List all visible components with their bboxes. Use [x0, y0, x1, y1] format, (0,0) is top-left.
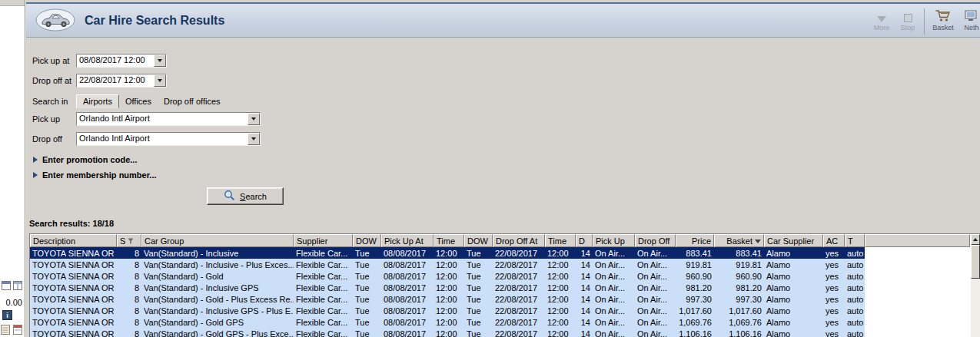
col-time-dropoff[interactable]: Time [545, 234, 576, 247]
col-description[interactable]: Description [30, 234, 117, 247]
network-icon [965, 7, 978, 22]
chevron-down-icon [251, 137, 256, 140]
header-bar: Car Hire Search Results More Stop [26, 4, 980, 38]
results-summary: Search results: 18/18 [29, 219, 114, 228]
left-panel-top-block [0, 0, 25, 6]
pickup-dropdown-button[interactable] [247, 113, 260, 125]
table-row[interactable]: TOYOTA SIENNA OR ... 8 Van(Standard) - G… [30, 270, 865, 282]
note-icon[interactable] [13, 325, 22, 336]
search-in-tabs: Airports Offices Drop off offices [76, 94, 227, 108]
more-button[interactable]: More [869, 7, 895, 31]
pickup-value: Orlando Intl Airport [77, 113, 247, 125]
chevron-right-icon [33, 157, 38, 163]
search-in-label: Search in [32, 97, 76, 106]
pickup-at-combo[interactable]: 08/08/2017 12:00 [76, 54, 167, 68]
dropoff-value: Orlando Intl Airport [77, 133, 247, 145]
table-row[interactable]: TOYOTA SIENNA OR ... 8 Van(Standard) - I… [30, 259, 865, 270]
col-ac[interactable]: AC [823, 234, 845, 247]
panel-split-icon[interactable] [13, 281, 22, 292]
header-filler [865, 234, 970, 247]
col-transmission[interactable]: T [845, 234, 865, 247]
promotion-code-label: Enter promotion code... [42, 155, 137, 164]
table-row[interactable]: TOYOTA SIENNA OR ... 8 Van(Standard) - I… [30, 282, 865, 293]
pickup-at-dropdown-button[interactable] [154, 55, 166, 67]
results-grid: Description S Car Group Supplier DOW Pic… [29, 233, 980, 337]
dropoff-combo[interactable]: Orlando Intl Airport [76, 132, 261, 146]
col-days[interactable]: D [576, 234, 593, 247]
table-row[interactable]: TOYOTA SIENNA OR ... 8 Van(Standard) - I… [30, 247, 865, 259]
pickup-row: Pick up Orlando Intl Airport [32, 112, 261, 126]
car-logo-icon [35, 8, 75, 33]
col-car-group[interactable]: Car Group [141, 234, 294, 247]
col-time-pickup[interactable]: Time [434, 234, 464, 247]
chevron-down-icon [158, 59, 162, 62]
col-basket[interactable]: Basket [714, 234, 764, 247]
pickup-combo[interactable]: Orlando Intl Airport [76, 112, 261, 126]
dropoff-at-dropdown-button[interactable] [154, 74, 166, 87]
results-grid-header: Description S Car Group Supplier DOW Pic… [30, 234, 970, 247]
col-dow-pickup[interactable]: DOW [353, 234, 381, 247]
panel-window-icon[interactable] [2, 281, 11, 292]
sort-descending-icon [755, 240, 761, 243]
tab-dropoff-offices[interactable]: Drop off offices [158, 94, 227, 108]
car-hire-window: Car Hire Search Results More Stop [25, 0, 980, 337]
amount-label: 0.00 [0, 298, 22, 307]
col-seats[interactable]: S [117, 234, 141, 247]
scrollbar-thumb[interactable] [971, 245, 980, 279]
pickup-label: Pick up [32, 114, 76, 124]
membership-number-label: Enter membership number... [42, 170, 157, 180]
results-rows: TOYOTA SIENNA OR ... 8 Van(Standard) - I… [30, 247, 865, 337]
dropoff-label: Drop off [32, 134, 76, 144]
dropoff-dropdown-button[interactable] [247, 133, 260, 145]
toolbar-separator [924, 8, 925, 35]
info-icon[interactable]: i [2, 310, 12, 320]
document-icon[interactable] [1, 325, 10, 336]
pickup-at-value: 08/08/2017 12:00 [77, 55, 154, 67]
dropoff-row: Drop off Orlando Intl Airport [32, 132, 261, 146]
dropoff-at-value: 22/08/2017 12:00 [77, 74, 154, 87]
network-button[interactable]: Neth [958, 7, 980, 31]
table-row[interactable]: TOYOTA SIENNA OR ... 8 Van(Standard) - G… [30, 293, 865, 305]
pickup-at-label: Pick up at [32, 56, 76, 65]
more-icon [877, 7, 886, 22]
col-pickup-at[interactable]: Pick Up At [381, 234, 434, 247]
dropoff-at-combo[interactable]: 22/08/2017 12:00 [76, 74, 167, 88]
stop-button[interactable]: Stop [895, 7, 921, 31]
header-toolbar: More Stop Basket [869, 7, 980, 35]
col-dropoff-loc[interactable]: Drop Off [635, 234, 676, 247]
arrow-up-icon [973, 238, 978, 241]
dropoff-at-row: Drop off at 22/08/2017 12:00 [32, 74, 167, 88]
page-title: Car Hire Search Results [85, 14, 224, 28]
filter-icon [128, 236, 134, 246]
col-car-supplier[interactable]: Car Supplier [764, 234, 823, 247]
left-panel: 0.00 i [0, 0, 25, 337]
basket-icon [935, 7, 952, 22]
tab-airports[interactable]: Airports [76, 94, 119, 108]
table-row[interactable]: TOYOTA SIENNA OR ... 8 Van(Standard) - G… [30, 328, 865, 337]
col-pickup-loc[interactable]: Pick Up [593, 234, 635, 247]
chevron-right-icon [33, 172, 38, 178]
table-row[interactable]: TOYOTA SIENNA OR ... 8 Van(Standard) - G… [30, 316, 865, 328]
search-in-row: Search in Airports Offices Drop off offi… [32, 93, 227, 109]
membership-number-toggle[interactable]: Enter membership number... [33, 170, 157, 180]
col-price[interactable]: Price [676, 234, 714, 247]
promotion-code-toggle[interactable]: Enter promotion code... [33, 154, 137, 165]
pickup-at-row: Pick up at 08/08/2017 12:00 [32, 54, 167, 68]
search-button-label: Search [240, 192, 267, 201]
chevron-down-icon [251, 117, 256, 121]
search-button[interactable]: Search [207, 187, 284, 205]
col-dow-dropoff[interactable]: DOW [464, 234, 493, 247]
stop-icon [904, 7, 912, 22]
vertical-scrollbar[interactable] [970, 234, 980, 337]
tab-offices[interactable]: Offices [119, 94, 158, 108]
basket-button[interactable]: Basket [928, 7, 958, 31]
magnifier-icon [224, 190, 235, 203]
col-dropoff-at[interactable]: Drop Off At [493, 234, 545, 247]
results-grid-main: Description S Car Group Supplier DOW Pic… [30, 234, 970, 337]
col-supplier[interactable]: Supplier [294, 234, 353, 247]
application-window: 0.00 i [0, 0, 980, 337]
chevron-down-icon [158, 79, 162, 82]
dropoff-at-label: Drop off at [32, 76, 76, 85]
scroll-up-button[interactable] [971, 234, 980, 245]
table-row[interactable]: TOYOTA SIENNA OR ... 8 Van(Standard) - I… [30, 305, 865, 316]
